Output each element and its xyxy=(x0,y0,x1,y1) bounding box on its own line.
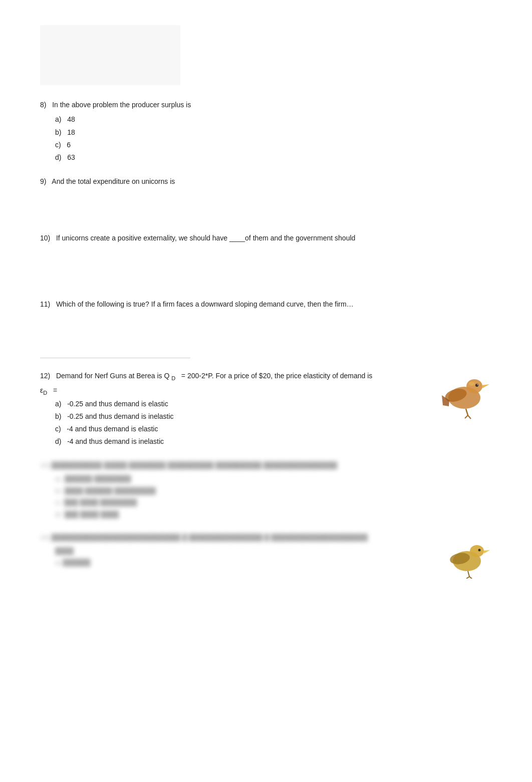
svg-marker-2 xyxy=(482,384,489,388)
q8-d-letter: d) xyxy=(55,153,61,161)
svg-line-16 xyxy=(468,571,469,577)
q10-space xyxy=(40,246,492,287)
question-8: 8) In the above problem the producer sur… xyxy=(40,99,492,164)
divider-after-q11 xyxy=(40,358,190,358)
svg-line-8 xyxy=(465,415,468,418)
q13-blurred-text: 13) ███████████ █████ ████████ █████████… xyxy=(40,460,492,471)
svg-point-12 xyxy=(470,545,484,557)
svg-point-5 xyxy=(475,384,478,387)
q12-b-letter: b) xyxy=(55,412,61,420)
svg-marker-13 xyxy=(483,550,490,554)
q8-c-letter: c) xyxy=(55,141,61,149)
top-labels xyxy=(40,15,492,17)
q12-a-value: -0.25 and thus demand is elastic xyxy=(67,400,168,408)
svg-point-10 xyxy=(469,382,475,386)
svg-line-9 xyxy=(468,415,471,419)
q12-b-value: -0.25 and thus demand is inelastic xyxy=(67,412,173,420)
q14-blurred-text: 14) ████████████████████████████ █ █████… xyxy=(40,532,492,543)
q13-blurred-d: d) ███ ████ ████ xyxy=(55,508,492,520)
q11-text: 11) Which of the following is true? If a… xyxy=(40,299,492,310)
q13-blurred-c: c) ███ ████ ████████ xyxy=(55,496,492,508)
q12-answers: a) -0.25 and thus demand is elastic b) -… xyxy=(40,398,417,448)
q8-answer-c: c) 6 xyxy=(55,139,492,151)
page: 8) In the above problem the producer sur… xyxy=(0,0,532,782)
svg-line-18 xyxy=(469,577,472,579)
svg-point-15 xyxy=(478,549,481,551)
q12-d-letter: d) xyxy=(55,437,61,445)
q11-number: 11) xyxy=(40,300,50,308)
epsilon-sub: D xyxy=(43,390,47,396)
question-13: 13) ███████████ █████ ████████ █████████… xyxy=(40,460,492,520)
q8-b-value: 18 xyxy=(67,128,75,136)
q9-space xyxy=(40,190,492,220)
q8-answers: a) 48 b) 18 c) 6 d) 63 xyxy=(40,113,492,164)
q14-image-svg xyxy=(437,534,492,579)
q8-b-letter: b) xyxy=(55,128,61,136)
q12-answer-c: c) -4 and thus demand is elastic xyxy=(55,423,417,435)
q8-a-value: 48 xyxy=(67,115,75,123)
q8-answer-d: d) 63 xyxy=(55,151,492,164)
svg-line-7 xyxy=(466,409,468,415)
q12-number: 12) xyxy=(40,372,50,380)
question-10: 10) If unicorns create a positive extern… xyxy=(40,232,492,287)
epsilon-eq: = xyxy=(53,386,57,394)
q11-body: Which of the following is true? If a fir… xyxy=(56,300,354,308)
q8-answer-b: b) 18 xyxy=(55,126,492,139)
question-9: 9) And the total expenditure on unicorns… xyxy=(40,176,492,220)
question-12: 12) Demand for Nerf Guns at Berea is Q D… xyxy=(40,370,492,448)
q14-blurred-b: a) ██████ xyxy=(55,557,492,568)
question-14: 14) ████████████████████████████ █ █████… xyxy=(40,532,492,569)
q12-text-part2: = 200-2*P. For a price of $20, the price… xyxy=(181,372,372,380)
svg-point-1 xyxy=(466,379,482,393)
q12-epsilon-line: εD = xyxy=(40,386,417,396)
top-chart-placeholder xyxy=(40,25,180,85)
q14-blurred-a: ████ xyxy=(55,545,492,557)
q12-image xyxy=(427,365,492,420)
q9-text: 9) And the total expenditure on unicorns… xyxy=(40,176,492,187)
q12-d-value: -4 and thus demand is inelastic xyxy=(67,437,164,445)
q12-content: 12) Demand for Nerf Guns at Berea is Q D… xyxy=(40,370,417,448)
q10-body: If unicorns create a positive externalit… xyxy=(56,234,355,242)
q9-body: And the total expenditure on unicorns is xyxy=(52,177,175,185)
q12-a-letter: a) xyxy=(55,400,61,408)
q12-c-letter: c) xyxy=(55,425,61,433)
q12-answer-b: b) -0.25 and thus demand is inelastic xyxy=(55,410,417,423)
q8-text: 8) In the above problem the producer sur… xyxy=(40,99,492,110)
q8-a-letter: a) xyxy=(55,115,61,123)
q12-image-svg xyxy=(427,365,492,420)
svg-point-6 xyxy=(477,384,478,385)
q12-c-value: -4 and thus demand is elastic xyxy=(67,425,158,433)
q8-d-value: 63 xyxy=(67,153,75,161)
q10-number: 10) xyxy=(40,234,50,242)
svg-line-17 xyxy=(466,577,469,579)
q14-image xyxy=(437,534,492,579)
q13-blurred-a: a) ██████ ████████ xyxy=(55,473,492,484)
q10-text: 10) If unicorns create a positive extern… xyxy=(40,232,492,243)
q11-space xyxy=(40,313,492,353)
q12-row: 12) Demand for Nerf Guns at Berea is Q D… xyxy=(40,370,492,448)
question-11: 11) Which of the following is true? If a… xyxy=(40,299,492,358)
q12-text: 12) Demand for Nerf Guns at Berea is Q D… xyxy=(40,370,417,383)
q13-blurred-b: b) ████ ██████ █████████ xyxy=(55,485,492,496)
q12-text-part1: Demand for Nerf Guns at Berea is Q xyxy=(56,372,169,380)
q12-answer-d: d) -4 and thus demand is inelastic xyxy=(55,435,417,448)
q8-number: 8) xyxy=(40,101,46,109)
q8-c-value: 6 xyxy=(67,141,71,149)
q12-answer-a: a) -0.25 and thus demand is elastic xyxy=(55,398,417,410)
q9-number: 9) xyxy=(40,177,46,185)
q8-answer-a: a) 48 xyxy=(55,113,492,126)
top-image-area xyxy=(40,15,492,95)
q8-body: In the above problem the producer surplu… xyxy=(52,101,191,109)
q12-subscript-d: D xyxy=(171,375,175,381)
